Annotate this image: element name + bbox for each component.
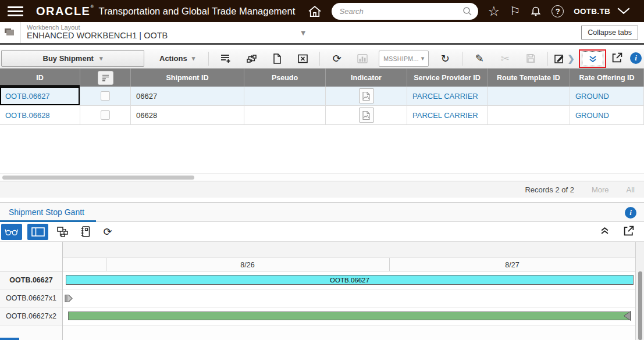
gantt-chart: OOTB.06627 OOTB.06627x1 OOTB.06627x2 8/2… <box>0 242 644 340</box>
flag-icon[interactable]: ⚐ <box>510 5 520 17</box>
chevron-down-icon: ▾ <box>99 55 103 62</box>
gantt-hscroll-thumb[interactable] <box>0 338 19 340</box>
gantt-date-label: 8/27 <box>389 258 635 271</box>
structure-icon[interactable] <box>54 224 71 240</box>
oracle-logo: ORACLE® <box>36 5 90 18</box>
saved-query-select[interactable]: MSSHIPM...▾ <box>379 51 429 67</box>
panel-layout-icon[interactable] <box>27 224 48 240</box>
reassign-icon[interactable] <box>241 51 261 67</box>
more-link[interactable]: More <box>592 185 609 194</box>
collapse-tabs-button[interactable]: Collapse tabs <box>581 26 638 40</box>
indicator-icon[interactable] <box>359 108 374 123</box>
app-title: Transportation and Global Trade Manageme… <box>98 6 295 17</box>
open-in-new-window-icon[interactable] <box>611 52 623 66</box>
search-icon[interactable] <box>462 6 472 16</box>
gantt-bar-end-arrow <box>624 311 631 321</box>
column-header-indicator[interactable]: Indicator <box>326 69 407 87</box>
chevron-right-icon: ❯ <box>567 53 575 64</box>
gantt-tab-bar: Shipment Stop Gantt i <box>0 202 644 222</box>
gantt-row: OOTB.06627 <box>63 271 635 289</box>
all-link[interactable]: All <box>627 185 635 194</box>
info-icon[interactable]: i <box>625 207 636 219</box>
mass-edit-button[interactable]: ❯ <box>554 53 575 64</box>
gantt-row <box>63 307 635 325</box>
cell-pseudo <box>244 87 326 106</box>
column-header-service-provider[interactable]: Service Provider ID <box>407 69 488 87</box>
buy-shipment-button[interactable]: Buy Shipment▾ <box>1 50 144 67</box>
column-header-id[interactable]: ID <box>0 69 80 87</box>
row-checkbox[interactable] <box>101 110 110 120</box>
vscrollbar-thumb[interactable] <box>638 271 642 340</box>
service-provider-link[interactable]: PARCEL CARRIER <box>412 111 478 120</box>
account-menu[interactable]: OOTB.TB <box>574 7 610 16</box>
info-icon[interactable]: i <box>630 52 642 64</box>
gantt-milestone-marker[interactable] <box>65 294 73 303</box>
gantt-row-label: OOTB.06627x1 <box>0 289 62 307</box>
rate-offering-link[interactable]: GROUND <box>575 92 609 101</box>
cell-service-provider: PARCEL CARRIER <box>407 87 488 106</box>
refresh-icon[interactable]: ⟳ <box>99 224 116 240</box>
indicator-icon[interactable] <box>359 88 374 103</box>
actions-button[interactable]: Actions▾ <box>150 50 204 67</box>
cell-route-template <box>488 87 570 106</box>
account-chevron-icon[interactable] <box>617 6 630 16</box>
chevron-down-icon: ▾ <box>421 55 425 62</box>
tab-shipment-stop-gantt[interactable]: Shipment Stop Gantt <box>9 207 84 217</box>
add-to-list-icon[interactable] <box>216 51 236 67</box>
column-header-route-template[interactable]: Route Template ID <box>488 69 570 87</box>
cell-shipment-id: 06628 <box>131 106 244 125</box>
cell-rate-offering: GROUND <box>570 106 644 125</box>
document-icon[interactable] <box>267 51 287 67</box>
gantt-row-label: OOTB.06627x2 <box>0 307 62 325</box>
hscrollbar-thumb[interactable] <box>2 176 194 180</box>
workbench-dropdown-icon[interactable]: ▼ <box>293 22 313 43</box>
workbench-value: ENHANCED WORKBENCH1 | OOTB <box>27 31 168 40</box>
view-mode-icon[interactable] <box>1 224 22 240</box>
column-header-select <box>80 69 131 87</box>
workbench-pin-icon[interactable] <box>0 22 21 43</box>
search-box <box>332 3 478 20</box>
shipment-id-link[interactable]: OOTB.06628 <box>5 111 50 120</box>
cell-pseudo <box>244 106 326 125</box>
service-provider-link[interactable]: PARCEL CARRIER <box>412 92 478 101</box>
favorites-icon[interactable]: ☆ <box>488 5 500 18</box>
search-input[interactable] <box>340 7 462 16</box>
rate-offering-link[interactable]: GROUND <box>575 111 609 120</box>
collapse-panel-icon[interactable] <box>600 226 609 237</box>
help-icon[interactable]: ? <box>552 5 564 17</box>
cell-indicator <box>326 106 407 125</box>
gantt-activity-bar[interactable] <box>68 312 631 320</box>
cell-rate-offering: GROUND <box>570 87 644 106</box>
application-window: ORACLE® Transportation and Global Trade … <box>0 0 644 340</box>
chevron-down-icon: ▾ <box>192 55 195 62</box>
notifications-icon[interactable] <box>530 5 542 17</box>
legend-icon[interactable] <box>76 224 94 240</box>
menu-icon[interactable] <box>8 4 23 19</box>
home-icon[interactable] <box>308 5 322 17</box>
export-table-icon[interactable] <box>293 51 312 67</box>
gantt-date-label: 8/26 <box>106 258 389 271</box>
column-options-icon[interactable] <box>98 71 113 85</box>
cell-select <box>80 106 131 125</box>
expand-all-button[interactable] <box>582 51 603 66</box>
column-header-pseudo[interactable]: Pseudo <box>244 69 326 87</box>
gantt-timeline: 8/26 8/27 OOTB.06627 <box>63 242 635 340</box>
reload-icon[interactable]: ↻ <box>435 51 455 67</box>
gantt-date-band: 8/26 8/27 <box>63 258 635 271</box>
edit-icon[interactable]: ✎ <box>469 51 489 67</box>
cell-indicator <box>326 87 407 106</box>
cell-route-template <box>488 106 570 125</box>
row-checkbox[interactable] <box>101 91 110 101</box>
gantt-header-band <box>63 242 635 258</box>
chart-icon <box>353 51 372 67</box>
gantt-toolbar: ⟳ <box>0 222 644 242</box>
column-header-shipment-id[interactable]: Shipment ID <box>131 69 244 87</box>
refresh-icon[interactable]: ⟳ <box>327 51 347 67</box>
cell-id: OOTB.06628 <box>0 106 80 125</box>
column-header-rate-offering[interactable]: Rate Offering ID <box>570 69 644 87</box>
gantt-shipment-bar[interactable]: OOTB.06627 <box>66 275 634 285</box>
open-in-new-window-icon[interactable] <box>623 225 635 239</box>
workbench-bar: Workbench Layout ENHANCED WORKBENCH1 | O… <box>0 22 644 45</box>
shipment-id-link[interactable]: OOTB.06627 <box>5 92 50 101</box>
main-toolbar: Buy Shipment▾ Actions▾ ⟳ MSSHIPM...▾ ↻ ✎… <box>0 49 644 69</box>
